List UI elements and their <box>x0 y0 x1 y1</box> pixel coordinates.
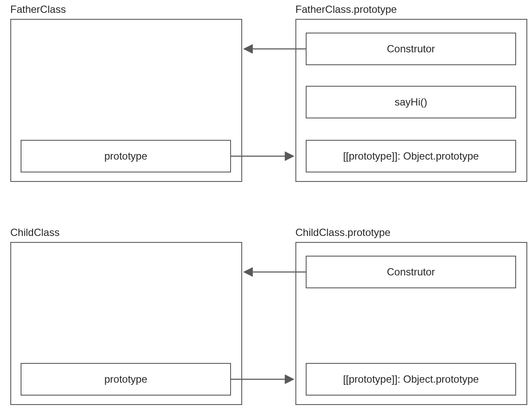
childclass-prototype-slot-cell: [[prototype]]: Object.prototype <box>306 363 516 396</box>
fatherclass-prototype-slot-cell: [[prototype]]: Object.prototype <box>306 140 516 172</box>
diagram-canvas: FatherClass prototype FatherClass.protot… <box>0 0 532 411</box>
childclass-prototype-cell: prototype <box>21 363 231 396</box>
fatherclass-title: FatherClass <box>10 3 66 15</box>
fatherclass-prototype-title: FatherClass.prototype <box>295 3 397 15</box>
childclass-title: ChildClass <box>10 227 60 239</box>
fatherclass-prototype-cell: prototype <box>21 140 231 172</box>
childclass-constructor-cell: Construtor <box>306 256 516 288</box>
fatherclass-sayhi-cell: sayHi() <box>306 86 516 118</box>
fatherclass-constructor-cell: Construtor <box>306 33 516 65</box>
childclass-prototype-title: ChildClass.prototype <box>295 227 390 239</box>
